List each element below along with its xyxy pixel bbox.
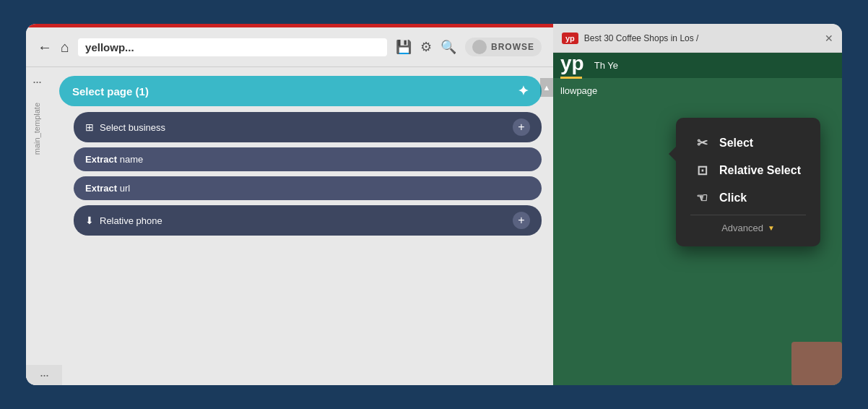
browse-toggle[interactable]: BROWSE: [465, 38, 542, 56]
webpage-nav: yp Th Ye: [553, 53, 842, 78]
advanced-arrow-icon: ▼: [768, 224, 775, 232]
extract-url-row[interactable]: Extract url: [74, 176, 542, 200]
save-icon[interactable]: 💾: [396, 39, 412, 55]
right-panel: yp Best 30 Coffee Shops in Los / ✕ yp Th…: [553, 24, 842, 385]
menu-item-select[interactable]: ✂ Select: [690, 129, 806, 157]
search-icon[interactable]: 🔍: [440, 39, 456, 55]
extract-url-text: url: [117, 183, 130, 194]
top-dots[interactable]: ···: [32, 74, 41, 90]
extract-name-text: name: [117, 154, 143, 165]
relative-phone-label: Relative phone: [100, 215, 162, 226]
select-business-left: ⊞ Select business: [85, 121, 165, 133]
select-business-row[interactable]: ⊞ Select business +: [74, 112, 542, 142]
relative-phone-left: ⬇ Relative phone: [85, 215, 162, 226]
advanced-label: Advanced: [721, 223, 763, 233]
webpage-partial-text: llowpage: [553, 78, 842, 103]
address-bar[interactable]: yellowp...: [78, 38, 387, 56]
tab-bar: yp Best 30 Coffee Shops in Los / ✕: [553, 24, 842, 53]
relative-phone-icon: ⬇: [85, 215, 94, 226]
settings-icon[interactable]: ⚙: [420, 39, 432, 55]
relative-phone-row[interactable]: ⬇ Relative phone +: [74, 205, 542, 236]
select-page-label: Select page (1): [72, 85, 149, 98]
relative-select-label: Relative Select: [719, 164, 801, 177]
browser-toolbar: ← ⌂ yellowp... 💾 ⚙ 🔍 BROWSE: [26, 27, 553, 67]
select-icon: ✂: [693, 135, 711, 151]
tree-content: Select page (1) ✦ ⊞ Select business +: [48, 67, 553, 385]
select-business-label: Select business: [100, 122, 165, 133]
click-icon: ☜: [693, 190, 711, 206]
context-menu: ✂ Select ⊡ Relative Select ☜ Click Advan…: [676, 118, 820, 246]
relative-phone-plus[interactable]: +: [513, 212, 530, 229]
sidebar-labels: ··· main_template: [26, 67, 48, 385]
menu-item-relative-select[interactable]: ⊡ Relative Select: [690, 157, 806, 184]
bottom-dots[interactable]: ···: [26, 365, 62, 385]
tab-title: Best 30 Coffee Shops in Los /: [584, 33, 819, 43]
scroll-up-button[interactable]: ▲: [540, 78, 553, 97]
advanced-row[interactable]: Advanced ▼: [690, 218, 806, 235]
relative-select-icon: ⊡: [693, 163, 711, 178]
close-tab-button[interactable]: ✕: [825, 33, 833, 44]
select-page-row[interactable]: Select page (1) ✦: [59, 76, 542, 106]
template-label: main_template: [32, 103, 41, 155]
toggle-circle: [472, 40, 487, 54]
content-area: ··· main_template Select page (1) ✦ ⊞ S: [26, 67, 553, 385]
home-button[interactable]: ⌂: [61, 39, 69, 56]
extract-name-bold: Extract: [85, 154, 117, 165]
back-button[interactable]: ←: [38, 39, 52, 56]
browse-label: BROWSE: [491, 42, 534, 52]
sub-rows: ⊞ Select business + Extract name Extract…: [59, 112, 542, 236]
extract-name-row[interactable]: Extract name: [74, 147, 542, 171]
webpage-nav-text: Th Ye: [594, 60, 618, 71]
yp-logo: yp: [562, 33, 578, 44]
click-label: Click: [719, 191, 747, 204]
menu-divider: [690, 215, 806, 215]
left-panel: ← ⌂ yellowp... 💾 ⚙ 🔍 BROWSE ··· main_tem…: [26, 24, 553, 385]
image-preview: [791, 342, 842, 385]
select-label: Select: [719, 137, 753, 150]
star-button[interactable]: ✦: [518, 83, 529, 99]
webpage-logo: yp: [560, 52, 584, 75]
select-business-icon: ⊞: [85, 121, 94, 133]
menu-item-click[interactable]: ☜ Click: [690, 184, 806, 212]
select-business-plus[interactable]: +: [513, 119, 530, 136]
extract-url-bold: Extract: [85, 183, 117, 194]
